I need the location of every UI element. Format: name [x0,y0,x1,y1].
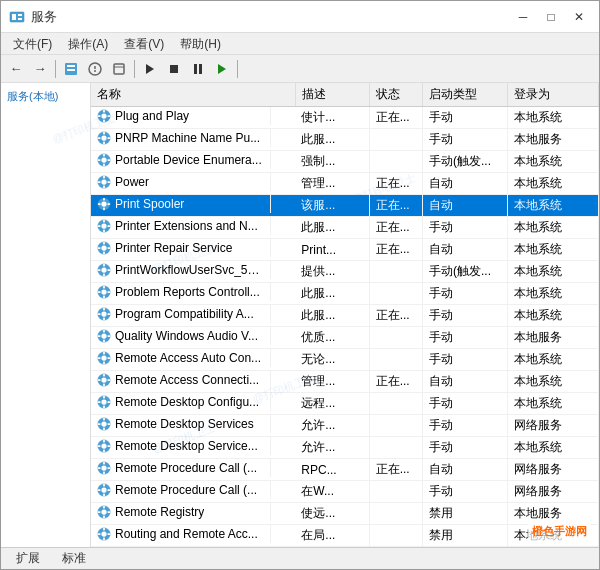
table-row[interactable]: PrintWorkflowUserSvc_57...提供...手动(触发...本… [91,261,599,283]
svg-rect-100 [108,401,111,403]
col-header-startup[interactable]: 启动类型 [423,83,508,107]
cell-name: Remote Desktop Services [91,415,271,433]
sidebar-local-services[interactable]: 服务(本地) [5,87,60,106]
cell-desc: 无论... [295,349,369,371]
svg-point-102 [101,421,106,426]
svg-point-9 [94,70,96,72]
services-table-container[interactable]: 名称 描述 状态 启动类型 登录为 Plug and Play使计...正在..… [91,83,599,547]
forward-button[interactable]: → [29,58,51,80]
cell-startup: 手动 [423,107,508,129]
cell-desc: 远程... [295,393,369,415]
table-row[interactable]: Remote Desktop Services允许...手动网络服务 [91,415,599,437]
cell-login: 本地系统 [508,349,599,371]
cell-name: Remote Procedure Call (... [91,459,271,477]
cell-desc: RPC... [295,459,369,481]
table-row[interactable]: Power管理...正在...自动本地系统 [91,173,599,195]
service-icon [97,483,111,497]
cell-login: 网络服务 [508,481,599,503]
close-button[interactable]: ✕ [567,8,591,26]
service-name: Remote Procedure Call (... [115,461,257,475]
svg-marker-12 [146,64,154,74]
service-name: Plug and Play [115,109,189,123]
svg-rect-98 [103,406,105,409]
svg-rect-76 [108,313,111,315]
cell-status [369,151,422,173]
svg-rect-104 [103,428,105,431]
table-row[interactable]: Printer Extensions and N...此服...正在...手动本… [91,217,599,239]
table-row[interactable]: Remote Registry使远...禁用本地服务 [91,503,599,525]
window-title: 服务 [31,8,57,26]
cell-name: Remote Desktop Configu... [91,393,271,411]
main-panel: 名称 描述 状态 启动类型 登录为 Plug and Play使计...正在..… [91,83,599,547]
toolbar-restart-button[interactable] [211,58,233,80]
menu-view[interactable]: 查看(V) [116,35,172,52]
table-row[interactable]: Printer Repair ServicePrint...正在...自动本地系… [91,239,599,261]
table-row[interactable]: Routing and Remote Acc...在局...禁用本地系统 [91,525,599,547]
tab-standard[interactable]: 标准 [53,547,95,570]
svg-rect-82 [108,335,111,337]
table-row[interactable]: Plug and Play使计...正在...手动本地系统 [91,107,599,129]
cell-status: 正在... [369,217,422,239]
svg-rect-25 [103,132,105,135]
svg-rect-136 [108,533,111,535]
svg-rect-88 [108,357,111,359]
toolbar-play-button[interactable] [139,58,161,80]
service-icon [97,307,111,321]
menu-file[interactable]: 文件(F) [5,35,60,52]
col-header-login[interactable]: 登录为 [508,83,599,107]
table-row[interactable]: Remote Procedure Call (...在W...手动网络服务 [91,481,599,503]
svg-point-30 [101,157,106,162]
svg-rect-26 [103,142,105,145]
svg-rect-121 [103,484,105,487]
table-row[interactable]: Remote Desktop Service...允许...手动本地系统 [91,437,599,459]
orange-logo: 橙色手游网 [528,522,591,541]
svg-rect-37 [103,176,105,179]
menu-action[interactable]: 操作(A) [60,35,116,52]
service-icon [97,285,111,299]
table-row[interactable]: Remote Access Connecti...管理...正在...自动本地系… [91,371,599,393]
svg-point-66 [101,289,106,294]
cell-startup: 手动(触发... [423,261,508,283]
svg-point-48 [101,223,106,228]
back-button[interactable]: ← [5,58,27,80]
table-row[interactable]: Portable Device Enumera...强制...手动(触发...本… [91,151,599,173]
cell-name: Remote Access Auto Con... [91,349,271,367]
svg-rect-52 [108,225,111,227]
col-header-desc[interactable]: 描述 [295,83,369,107]
toolbar-btn-2[interactable] [84,58,106,80]
table-row[interactable]: Remote Desktop Configu...远程...手动本地系统 [91,393,599,415]
table-row[interactable]: Program Compatibility A...此服...正在...手动本地… [91,305,599,327]
cell-name: Portable Device Enumera... [91,151,271,169]
cell-desc: 允许... [295,437,369,459]
svg-rect-91 [103,374,105,377]
tab-extended[interactable]: 扩展 [7,547,49,570]
cell-login: 本地系统 [508,371,599,393]
menu-help[interactable]: 帮助(H) [172,35,229,52]
table-row[interactable]: Print Spooler该服...正在...自动本地系统 [91,195,599,217]
table-row[interactable]: PNRP Machine Name Pu...此服...手动本地服务 [91,129,599,151]
toolbar-btn-3[interactable] [108,58,130,80]
cell-status [369,261,422,283]
service-name: Quality Windows Audio V... [115,329,258,343]
table-row[interactable]: Problem Reports Controll...此服...手动本地系统 [91,283,599,305]
maximize-button[interactable]: □ [539,8,563,26]
table-row[interactable]: Remote Access Auto Con...无论...手动本地系统 [91,349,599,371]
table-row[interactable]: Quality Windows Audio V...优质...手动本地服务 [91,327,599,349]
table-row[interactable]: Remote Procedure Call (...RPC...正在...自动网… [91,459,599,481]
svg-point-114 [101,465,106,470]
minimize-button[interactable]: ─ [511,8,535,26]
col-header-status[interactable]: 状态 [369,83,422,107]
service-icon [97,351,111,365]
cell-name: Program Compatibility A... [91,305,271,323]
toolbar-pause-button[interactable] [187,58,209,80]
service-name: Program Compatibility A... [115,307,254,321]
toolbar-btn-1[interactable] [60,58,82,80]
svg-point-42 [101,201,106,206]
svg-rect-73 [103,308,105,311]
toolbar-stop-button[interactable] [163,58,185,80]
service-name: Portable Device Enumera... [115,153,262,167]
cell-startup: 手动 [423,393,508,415]
table-body: Plug and Play使计...正在...手动本地系统 PNRP Machi… [91,107,599,548]
svg-rect-40 [108,181,111,183]
col-header-name[interactable]: 名称 [91,83,295,107]
